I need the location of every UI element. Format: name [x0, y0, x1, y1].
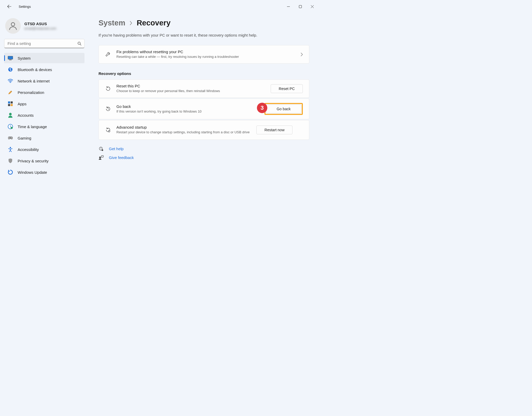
apps-icon: [8, 101, 13, 106]
nav-label: Accessibility: [18, 147, 39, 152]
svg-point-16: [10, 147, 11, 148]
nav-item-network[interactable]: Network & internet: [4, 76, 85, 86]
sidebar: GTSD ASUS email@redacted.com System Blue…: [4, 13, 85, 177]
nav-item-time[interactable]: Time & language: [4, 121, 85, 132]
card-title: Advanced startup: [116, 125, 251, 129]
nav-item-gaming[interactable]: Gaming: [4, 133, 85, 143]
maximize-icon: [299, 5, 302, 8]
go-back-button[interactable]: Go back: [266, 105, 301, 113]
system-icon: [8, 56, 13, 61]
advanced-startup-card: Advanced startup Restart your device to …: [99, 120, 309, 140]
svg-rect-3: [8, 56, 13, 59]
brush-icon: [8, 90, 13, 95]
nav-item-update[interactable]: Windows Update: [4, 167, 85, 177]
svg-rect-22: [101, 156, 103, 157]
gamepad-icon: [8, 135, 13, 141]
nav-label: Gaming: [18, 136, 31, 140]
nav-item-accounts[interactable]: Accounts: [4, 110, 85, 120]
nav-item-privacy[interactable]: Privacy & security: [4, 156, 85, 166]
profile-block[interactable]: GTSD ASUS email@redacted.com: [4, 17, 85, 39]
main-content: System Recovery If you're having problem…: [85, 13, 315, 177]
link-text: Give feedback: [109, 155, 134, 160]
accounts-icon: [8, 113, 13, 118]
card-desc: Resetting can take a while — first, try …: [116, 54, 296, 59]
nav-item-accessibility[interactable]: Accessibility: [4, 144, 85, 155]
nav-item-apps[interactable]: Apps: [4, 99, 85, 109]
reset-icon: [105, 86, 111, 92]
restart-now-button[interactable]: Restart now: [256, 126, 292, 134]
breadcrumb-parent[interactable]: System: [99, 19, 125, 27]
profile-email: email@redacted.com: [24, 26, 56, 30]
avatar: [5, 18, 21, 34]
nav-label: Privacy & security: [18, 159, 48, 163]
svg-point-17: [108, 130, 110, 132]
profile-name: GTSD ASUS: [24, 22, 56, 26]
fix-problems-card[interactable]: Fix problems without resetting your PC R…: [99, 45, 309, 64]
nav-label: Bluetooth & devices: [18, 67, 52, 72]
svg-rect-9: [8, 104, 10, 106]
help-links: ? Get help Give feedback: [99, 147, 309, 160]
go-back-card: Go back If this version isn't working, t…: [99, 99, 309, 119]
svg-point-11: [9, 113, 12, 115]
help-icon: ?: [99, 147, 104, 151]
card-title: Go back: [116, 104, 259, 109]
card-title: Reset this PC: [116, 84, 265, 88]
nav-label: Accounts: [18, 113, 34, 117]
nav-label: Windows Update: [18, 170, 47, 175]
annotation-callout: 3: [257, 103, 267, 113]
get-help-link[interactable]: ? Get help: [99, 147, 309, 151]
svg-rect-10: [11, 104, 13, 106]
nav-item-bluetooth[interactable]: Bluetooth & devices: [4, 64, 85, 75]
nav-label: Network & internet: [18, 79, 50, 83]
svg-rect-0: [299, 5, 302, 8]
nav-item-personalization[interactable]: Personalization: [4, 87, 85, 98]
bluetooth-icon: [8, 67, 13, 72]
search-wrap: [4, 39, 85, 48]
svg-point-6: [10, 82, 11, 83]
person-icon: [8, 21, 18, 31]
card-desc: Choose to keep or remove your personal f…: [116, 89, 265, 93]
nav-label: Time & language: [18, 124, 47, 129]
nav-label: System: [18, 56, 31, 60]
card-desc: Restart your device to change startup se…: [116, 130, 251, 135]
svg-point-20: [102, 149, 103, 151]
titlebar: Settings: [0, 0, 319, 13]
section-label: Recovery options: [99, 71, 309, 76]
shield-icon: [8, 158, 13, 163]
svg-rect-7: [8, 101, 10, 103]
svg-text:?: ?: [100, 147, 101, 150]
breadcrumb-current: Recovery: [137, 19, 171, 27]
chevron-right-icon: [129, 21, 132, 25]
nav-label: Apps: [18, 102, 26, 106]
give-feedback-link[interactable]: Give feedback: [99, 155, 309, 160]
card-title: Fix problems without resetting your PC: [116, 50, 296, 54]
svg-rect-8: [11, 101, 13, 103]
back-button[interactable]: [5, 2, 14, 11]
accessibility-icon: [8, 147, 13, 152]
chevron-right-icon: [301, 53, 303, 56]
svg-point-21: [99, 156, 101, 158]
svg-point-13: [11, 127, 13, 129]
maximize-button[interactable]: [294, 2, 306, 11]
card-desc: If this version isn't working, try going…: [116, 109, 259, 114]
reset-pc-button[interactable]: Reset PC: [271, 84, 303, 93]
update-icon: [8, 170, 13, 175]
highlight-box: Go back: [264, 103, 303, 115]
clock-icon: [8, 124, 13, 129]
svg-point-1: [11, 23, 15, 26]
minimize-button[interactable]: [282, 2, 294, 11]
svg-point-15: [11, 138, 12, 138]
search-input[interactable]: [4, 39, 85, 48]
page-subtitle: If you're having problems with your PC o…: [99, 33, 309, 37]
wifi-icon: [8, 78, 13, 84]
gear-restart-icon: [105, 127, 111, 133]
breadcrumb: System Recovery: [99, 19, 309, 27]
wrench-icon: [105, 52, 111, 57]
reset-pc-card: Reset this PC Choose to keep or remove y…: [99, 79, 309, 98]
history-icon: [105, 106, 111, 112]
arrow-left-icon: [7, 4, 11, 9]
close-button[interactable]: [306, 2, 318, 11]
nav-item-system[interactable]: System: [4, 53, 85, 63]
svg-rect-4: [9, 60, 12, 60]
nav: System Bluetooth & devices Network & int…: [4, 53, 85, 177]
